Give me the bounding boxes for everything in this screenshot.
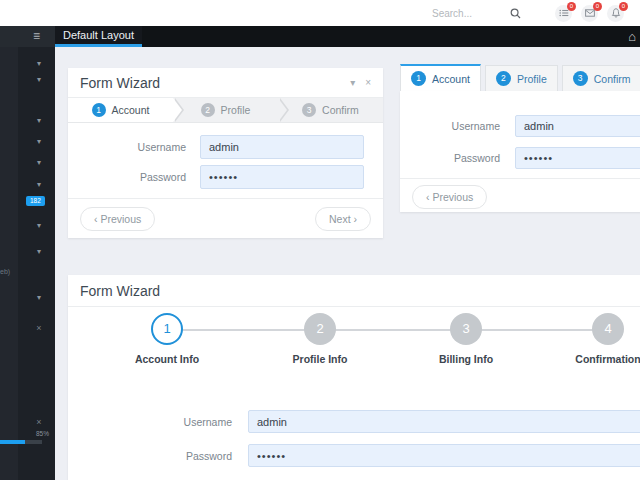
collapse-icon[interactable]: ▾ [350, 77, 355, 88]
step-label: Profile [221, 104, 251, 116]
step-label-confirmation: Confirmation [548, 353, 640, 365]
step-label: Confirm [322, 104, 359, 116]
tab-number: 1 [411, 71, 426, 86]
sidebar-progress-label: 85% [36, 430, 49, 437]
username-field[interactable] [515, 115, 640, 137]
close-icon[interactable]: × [33, 323, 45, 333]
sidebar-count-badge: 182 [26, 196, 45, 206]
form-wizard-panel-large: Form Wizard 1 2 3 4 Account Info Profile… [68, 275, 640, 480]
username-label: Username [400, 120, 500, 132]
tasks-badge: 0 [567, 2, 576, 11]
chevron-down-icon[interactable]: ▾ [33, 180, 45, 190]
close-icon[interactable]: × [33, 417, 45, 427]
step-profile[interactable]: 2 Profile [173, 98, 278, 122]
nav-left-strip [0, 26, 18, 47]
wizard-footer: ‹ Previous Next › [68, 198, 383, 239]
prev-arrow-icon: ‹ [94, 213, 98, 225]
sidebar-truncated-label: eb) [0, 268, 10, 275]
step-number: 2 [201, 103, 215, 117]
step-number: 1 [92, 103, 106, 117]
wizard-steps-bar: 1 Account 2 Profile 3 Confirm [68, 98, 383, 123]
app-screen: 0 0 0 ≡ Default Layout ⌂ ▾ ▾ ▾ [0, 0, 640, 480]
tab-number: 3 [573, 71, 588, 86]
chevron-down-icon[interactable]: ▾ [33, 75, 45, 85]
tasks-button[interactable]: 0 [555, 5, 572, 22]
alerts-badge: 0 [619, 2, 628, 11]
sidebar-inner-strip [0, 47, 18, 480]
home-icon[interactable]: ⌂ [628, 26, 636, 47]
chevron-down-icon[interactable]: ▾ [33, 293, 45, 303]
alerts-button[interactable]: 0 [607, 5, 624, 22]
step-label-billing-info: Billing Info [406, 353, 526, 365]
chevron-down-icon[interactable]: ▾ [33, 59, 45, 69]
panel-title: Form Wizard [80, 75, 160, 91]
step-circle-billing-info[interactable]: 3 [450, 313, 482, 345]
step-number: 3 [302, 103, 316, 117]
progress-bar [0, 440, 42, 444]
step-label: Account [112, 104, 150, 116]
main-content: Form Wizard ▾ × 1 Account 2 Profile 3 Co… [55, 47, 640, 480]
notification-buttons: 0 0 0 [555, 5, 624, 22]
prev-arrow-icon: ‹ [426, 191, 430, 203]
panel-header: Form Wizard ▾ × [68, 68, 383, 98]
chevron-down-icon[interactable]: ▾ [33, 247, 45, 257]
password-field[interactable] [200, 165, 364, 189]
next-arrow-icon: › [354, 213, 358, 225]
wizard-tabs: 1 Account 2 Profile 3 Confirm [400, 64, 640, 91]
password-label: Password [68, 171, 186, 183]
tab-label: Confirm [594, 73, 631, 85]
hamburger-icon[interactable]: ≡ [18, 26, 55, 47]
chevron-down-icon[interactable]: ▾ [33, 221, 45, 231]
nav-bar: ≡ Default Layout ⌂ [0, 26, 640, 47]
chevron-down-icon[interactable]: ▾ [33, 116, 45, 126]
step-confirm[interactable]: 3 Confirm [278, 98, 383, 122]
username-field[interactable] [200, 135, 364, 159]
step-circle-account-info[interactable]: 1 [151, 313, 183, 345]
panel-header: Form Wizard [68, 275, 640, 307]
top-bar: 0 0 0 [0, 0, 640, 26]
chevron-down-icon[interactable]: ▾ [33, 158, 45, 168]
tab-default-layout[interactable]: Default Layout [55, 26, 142, 47]
sidebar: ▾ ▾ ▾ ▾ ▾ ▾ 182 ▾ ▾ eb) ▾ × × 85% [0, 47, 55, 480]
footer-divider [400, 178, 640, 179]
progress-bar-fill [0, 440, 25, 444]
messages-button[interactable]: 0 [581, 5, 598, 22]
close-icon[interactable]: × [365, 77, 371, 88]
previous-button[interactable]: ‹ Previous [80, 207, 155, 231]
step-circle-profile-info[interactable]: 2 [304, 313, 336, 345]
password-label: Password [400, 152, 500, 164]
tab-label: Account [432, 73, 470, 85]
search-button[interactable] [510, 8, 521, 19]
tab-account[interactable]: 1 Account [400, 64, 481, 91]
step-label-account-info: Account Info [107, 353, 227, 365]
previous-button[interactable]: ‹ Previous [412, 185, 487, 209]
step-label-profile-info: Profile Info [260, 353, 380, 365]
tab-label: Profile [517, 73, 547, 85]
tab-confirm[interactable]: 3 Confirm [562, 65, 640, 91]
search-input[interactable] [432, 8, 496, 19]
form-wizard-panel-small: Form Wizard ▾ × 1 Account 2 Profile 3 Co… [68, 68, 383, 238]
tab-number: 2 [496, 71, 511, 86]
chevron-down-icon[interactable]: ▾ [33, 137, 45, 147]
step-connector-line [167, 329, 608, 331]
messages-badge: 0 [593, 2, 602, 11]
password-label: Password [68, 450, 232, 462]
username-field[interactable] [248, 410, 640, 433]
form-wizard-panel-tabs: 1 Account 2 Profile 3 Confirm Username [400, 64, 640, 212]
next-button[interactable]: Next › [315, 207, 371, 231]
password-field[interactable] [515, 147, 640, 169]
username-label: Username [68, 141, 186, 153]
panel-title: Form Wizard [80, 283, 160, 299]
username-label: Username [68, 416, 232, 428]
tab-wizard-body: Username Password ‹ Previous [400, 91, 640, 212]
password-field[interactable] [248, 444, 640, 467]
search-icon [510, 7, 521, 22]
search-area [432, 8, 521, 19]
tab-profile[interactable]: 2 Profile [485, 65, 558, 91]
step-account[interactable]: 1 Account [68, 98, 173, 122]
step-circle-confirmation[interactable]: 4 [592, 313, 624, 345]
